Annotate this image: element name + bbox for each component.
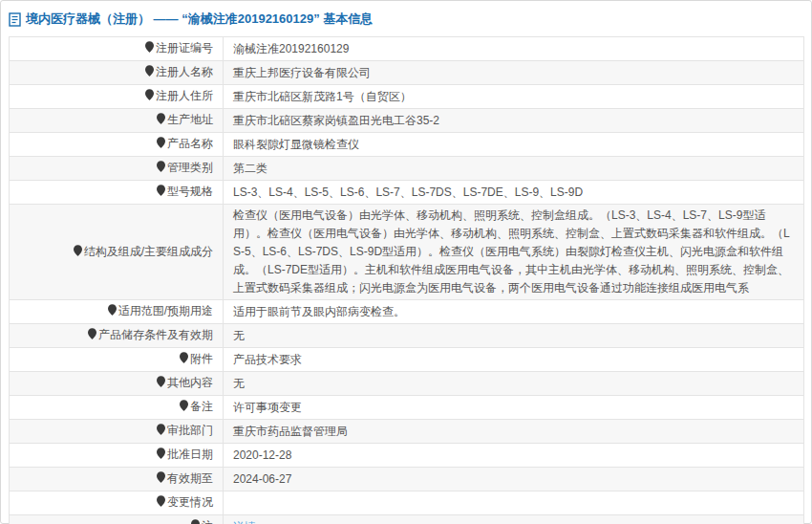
pin-icon [157,136,165,154]
table-row: 型号规格 LS-3、LS-4、LS-5、LS-6、LS-7、LS-7DS、LS-… [10,181,804,205]
pin-icon [145,40,154,58]
row-value: 检查仪（医用电气设备）由光学体、移动机构、照明系统、控制盒组成。（LS-3、LS… [224,205,804,300]
pin-icon [157,112,165,130]
row-value: 产品技术要求 [224,348,804,372]
row-label-text: 注 [202,519,213,524]
row-label-text: 结构及组成/主要组成成分 [84,245,213,258]
row-label-text: 注册人住所 [156,89,213,102]
table-row: 注册证编号 渝械注准20192160129 [10,37,804,61]
pin-icon [108,303,117,321]
pin-icon [191,518,200,524]
row-label-text: 生产地址 [167,113,213,126]
table-row: 结构及组成/主要组成成分 检查仪（医用电气设备）由光学体、移动机构、照明系统、控… [10,205,804,300]
row-label-text: 附件 [190,352,213,365]
row-label: 附件 [10,348,224,372]
table-row: 审批部门 重庆市药品监督管理局 [10,420,804,444]
table-row: 注 详情 [10,515,804,524]
table-row: 适用范围/预期用途 适用于眼前节及眼内部病变检查。 [10,300,804,324]
row-label: 其他内容 [10,372,224,396]
table-row: 产品储存条件及有效期 无 [10,324,804,348]
row-label: 有效期至 [10,468,224,491]
row-label-text: 产品名称 [167,137,213,150]
row-label-text: 产品储存条件及有效期 [98,328,213,341]
table-row: 备注 许可事项变更 [10,396,804,420]
row-value: 渝械注准20192160129 [224,37,804,61]
row-value: 许可事项变更 [224,396,804,420]
row-label: 产品名称 [10,133,224,157]
registration-info-table: 注册证编号 渝械注准20192160129 注册人名称 重庆上邦医疗设备有限公司… [9,36,804,524]
row-label: 管理类别 [10,157,224,181]
table-row: 变更情况 [10,491,804,515]
pin-icon [157,375,165,393]
row-label-text: 其他内容 [167,376,213,389]
table-row: 其他内容 无 [10,372,804,396]
row-label: 生产地址 [10,109,224,133]
pin-icon [157,184,165,202]
pin-icon [157,160,165,178]
pin-icon [157,494,165,513]
pin-icon [180,399,188,417]
row-value: 无 [224,372,804,396]
row-label: 产品储存条件及有效期 [10,324,224,348]
row-value: 重庆市药品监督管理局 [224,420,804,444]
row-label-text: 注册证编号 [156,41,213,55]
row-value: 眼科裂隙灯显微镜检查仪 [224,133,804,157]
row-label-text: 审批部门 [167,424,213,437]
row-value: 重庆市北碚区蔡家岗镇盈田光电工谷35-2 [224,109,804,133]
row-value: 重庆市北碚区新茂路1号（自贸区） [224,85,804,109]
row-value: 2020-12-28 [224,444,804,468]
row-label: 注册证编号 [10,37,224,61]
row-label: 适用范围/预期用途 [10,300,224,324]
page-header: 境内医疗器械（注册） —— “渝械注准20192160129” 基本信息 [9,9,803,30]
row-label: 型号规格 [10,181,224,205]
row-label-text: 备注 [190,400,213,413]
row-label-text: 注册人名称 [156,65,213,78]
table-row: 批准日期 2020-12-28 [10,444,804,468]
pin-icon [157,470,165,489]
row-label: 审批部门 [10,420,224,444]
pin-icon [145,64,154,82]
row-label-text: 变更情况 [167,495,213,509]
row-label: 注册人住所 [10,85,224,109]
row-value: 第二类 [224,157,804,181]
row-label-text: 型号规格 [167,185,213,198]
details-link[interactable]: 详情 [233,520,256,524]
page-title: 境内医疗器械（注册） —— “渝械注准20192160129” 基本信息 [26,11,373,28]
table-row: 生产地址 重庆市北碚区蔡家岗镇盈田光电工谷35-2 [10,109,804,133]
row-value: 适用于眼前节及眼内部病变检查。 [224,300,804,324]
row-value: LS-3、LS-4、LS-5、LS-6、LS-7、LS-7DS、LS-7DE、L… [224,181,804,205]
row-label-text: 适用范围/预期用途 [118,304,213,317]
row-value: 重庆上邦医疗设备有限公司 [224,61,804,85]
row-label: 批准日期 [10,444,224,468]
row-value: 无 [224,324,804,348]
table-row: 管理类别 第二类 [10,157,804,181]
pin-icon [88,327,96,345]
row-label: 结构及组成/主要组成成分 [10,205,224,300]
row-label-text: 有效期至 [167,471,213,485]
row-label: 注 [10,515,224,524]
table-row: 注册人住所 重庆市北碚区新茂路1号（自贸区） [10,85,804,109]
pin-icon [145,88,154,106]
row-label: 变更情况 [10,491,224,515]
registration-info-page: 境内医疗器械（注册） —— “渝械注准20192160129” 基本信息 注册证… [0,0,812,524]
row-label: 注册人名称 [10,61,224,85]
table-row: 有效期至 2024-06-27 [10,468,804,491]
pin-icon [157,447,165,465]
row-value: 2024-06-27 [224,468,804,491]
row-value: 详情 [224,515,804,524]
row-label-text: 批准日期 [167,448,213,461]
pin-icon [157,423,165,441]
table-row: 产品名称 眼科裂隙灯显微镜检查仪 [10,133,804,157]
table-row: 附件 产品技术要求 [10,348,804,372]
table-row: 注册人名称 重庆上邦医疗设备有限公司 [10,61,804,85]
document-icon [9,12,21,27]
row-value [224,491,804,515]
row-label-text: 管理类别 [167,161,213,174]
row-label: 备注 [10,396,224,420]
pin-icon [180,351,188,369]
pin-icon [74,244,82,262]
